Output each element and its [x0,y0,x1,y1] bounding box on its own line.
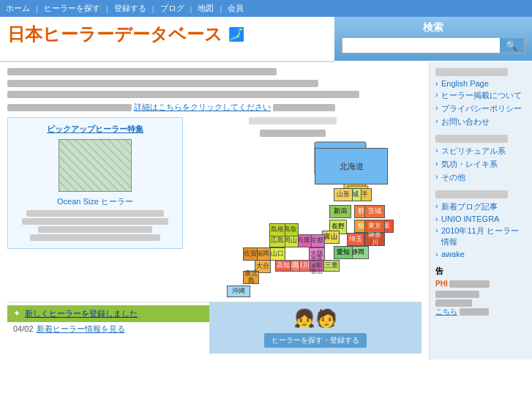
search-input[interactable] [342,38,500,53]
sidebar-link-reiki[interactable]: 気功・レイキ系 [435,159,526,170]
bottom-banner: ✦ 新しくヒーラーを登録しました [7,305,209,322]
bottom-left: ✦ 新しくヒーラーを登録しました 04/02 新着ヒーラー情報を見る [7,302,209,354]
intro-block: 詳細はこちらをクリックしてください [7,68,422,113]
featured-title: ピックアップヒーラー特集 [14,124,176,135]
map-aichi[interactable]: 愛知 [334,246,353,259]
desc-bar3 [38,226,151,233]
intro-bar2 [273,104,335,111]
sidebar-link-english[interactable]: English Page [435,79,526,88]
sidebar-link-contact[interactable]: お問い合わせ [435,116,526,127]
sidebar-link-awake[interactable]: awake [435,250,526,258]
search-panel: 検索 🔍 [334,17,532,61]
sidebar-link-2010[interactable]: 2010年11月 ヒーラー情報 [435,225,526,247]
notice-link[interactable]: こちら [435,307,457,316]
sidebar-notice: 告 PHI こちら [435,266,526,317]
sidebar-section-category: スピリチュアル系 気功・レイキ系 その他 [435,135,526,183]
desc-bar2 [22,218,168,225]
map-mie[interactable]: 三重 [323,260,340,272]
logo-label: 日本ヒーラーデータベース [7,23,222,46]
search-row: 🔍 [342,37,525,53]
sidebar-section-blog: 新着ブログ記事 UNIO INTEGRA 2010年11月 ヒーラー情報 awa… [435,190,526,258]
sidebar-link-unio[interactable]: UNIO INTEGRA [435,215,526,223]
notice-bar2 [435,291,479,298]
map-overlay: 北海道 岩手 宮城 山形 新潟 長野 群馬 栃木 茨城 千葉 [190,146,395,300]
map-niigata[interactable]: 新潟 [329,205,351,218]
map-kagoshima[interactable]: 鹿児島 [243,271,259,284]
map-nara[interactable]: 奈良&和歌山 [309,260,325,272]
map-shimane[interactable]: 島根 [269,223,285,236]
sidebar-section1-title [435,68,508,76]
map-area-title-text [190,127,395,138]
map-title [249,117,337,124]
date-line: 04/02 新着ヒーラー情報を見る [7,322,209,336]
logo: 日本ヒーラーデータベース 🗾 [7,23,327,46]
featured-thumbnail[interactable] [59,139,132,192]
logo-icon: 🗾 [228,26,244,42]
nav-register[interactable]: 登録する [114,3,146,14]
bottom-panel-button[interactable]: ヒーラーを探す・登録する [264,333,367,348]
sidebar-notice-text: PHI こちら [435,279,526,317]
nav-blog[interactable]: ブログ [160,3,184,14]
map-label [260,130,326,137]
featured-map-row: ピックアップヒーラー特集 Ocean Size ヒーラー [7,117,422,302]
bottom-row: ✦ 新しくヒーラーを登録しました 04/02 新着ヒーラー情報を見る 👧🧑 ヒー… [7,302,422,354]
nav-bar: ホーム | ヒーラーを探す | 登録する | ブログ | 地図 | 会員 [0,0,532,17]
intro-link-wrap: 詳細はこちらをクリックしてください [7,102,422,113]
sidebar-link-other[interactable]: その他 [435,172,526,183]
main-layout: 詳細はこちらをクリックしてください ピックアップヒーラー特集 Ocean Siz… [0,62,532,359]
nav-search[interactable]: ヒーラーを探す [44,3,100,14]
bottom-right-panel: 👧🧑 ヒーラーを探す・登録する [209,302,422,354]
map-saga[interactable]: 佐賀 [243,247,258,261]
desc-bar4 [30,234,160,241]
sidebar-link-privacy[interactable]: プライバシーポリシー [435,103,526,114]
notice-bar4 [460,308,489,316]
japan-map: 北海道 岩手 宮城 [190,141,395,302]
map-kochi[interactable]: 高知 [275,260,291,272]
logo-area: 日本ヒーラーデータベース 🗾 [0,17,334,61]
nav-home[interactable]: ホーム [6,3,30,14]
sidebar-link-listing[interactable]: ヒーラー掲載について [435,90,526,101]
date-label: 04/02 [13,324,34,333]
sidebar-section2-title [435,135,508,143]
date-link[interactable]: 新着ヒーラー情報を見る [37,324,125,335]
featured-description [14,210,176,241]
phi-highlight: PHI [435,280,448,288]
sidebar-section-links: English Page ヒーラー掲載について プライバシーポリシー お問い合わ… [435,68,526,127]
nav-member[interactable]: 会員 [228,3,244,14]
sidebar-link-newblog[interactable]: 新着ブログ記事 [435,201,526,212]
notice-bar3 [435,299,472,307]
search-button[interactable]: 🔍 [500,38,524,53]
intro-line2 [7,80,318,87]
map-yamagata[interactable]: 山形 [334,188,353,201]
intro-line1 [7,68,277,75]
map-yamaguchi[interactable]: 山口 [269,247,285,261]
map-kanagawa[interactable]: 神奈川 [364,233,385,246]
intro-line3 [7,91,359,98]
chibi-characters: 👧🧑 [293,308,337,329]
map-area: 北海道 岩手 宮城 [190,117,395,302]
banner-link[interactable]: 新しくヒーラーを登録しました [25,308,138,319]
featured-image [14,139,176,192]
content-area: 詳細はこちらをクリックしてください ピックアップヒーラー特集 Ocean Siz… [0,62,430,359]
notice-bar1 [449,280,490,288]
map-ibaraki[interactable]: 茨城 [364,205,385,218]
top-row: 日本ヒーラーデータベース 🗾 検索 🔍 [0,17,532,61]
intro-bar1 [7,104,132,111]
sidebar: English Page ヒーラー掲載について プライバシーポリシー お問い合わ… [430,62,532,359]
banner-icon: ✦ [13,308,20,318]
map-okinawa[interactable]: 沖縄 [227,286,250,297]
intro-link[interactable]: 詳細はこちらをクリックしてください [134,102,271,111]
map-saitama[interactable]: 埼玉 [347,233,364,246]
map-hokkaido[interactable]: 北海道 [315,148,388,184]
featured-box: ピックアップヒーラー特集 Ocean Size ヒーラー [7,117,183,249]
featured-healer-name[interactable]: Ocean Size ヒーラー [14,196,176,207]
desc-bar1 [26,210,165,217]
sidebar-section3-title [435,190,508,198]
sidebar-link-spiritual[interactable]: スピリチュアル系 [435,146,526,157]
search-label: 検索 [342,21,525,34]
sidebar-notice-title: 告 [435,266,526,277]
nav-map[interactable]: 地図 [198,3,214,14]
